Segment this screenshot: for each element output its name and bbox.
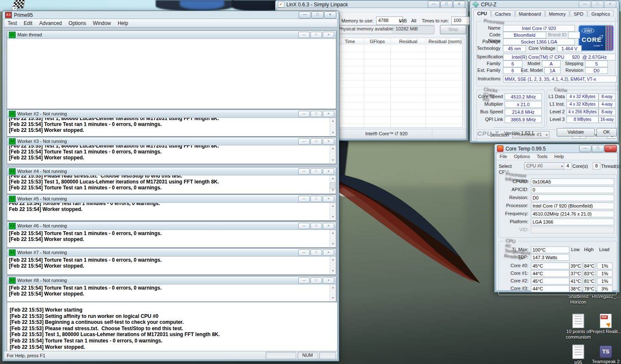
restore-button[interactable]: □: [310, 223, 322, 229]
restore-button[interactable]: □: [310, 111, 322, 117]
menu-options[interactable]: Options: [65, 20, 89, 26]
worker-log[interactable]: [Feb 22 15:53] Test 1, 800000 Lucas-Lehm…: [7, 145, 336, 163]
cpuz-title-bar[interactable]: CPU-Z — □ ×: [470, 0, 619, 8]
minimize-button[interactable]: —: [299, 11, 311, 19]
menu-window[interactable]: Window: [89, 20, 114, 26]
tab-cpu[interactable]: CPU: [473, 10, 491, 17]
ok-button[interactable]: OK: [596, 128, 617, 137]
cpu-select[interactable]: CPU #0▼: [524, 162, 565, 170]
child-title-bar[interactable]: 2-1 Worker #2 - Not running —□×: [7, 110, 336, 118]
minimize-button[interactable]: —: [298, 223, 310, 229]
close-button[interactable]: ×: [323, 249, 334, 256]
child-title-bar[interactable]: 2-1 Main thread —□×: [7, 31, 336, 39]
menu-test[interactable]: Test: [4, 20, 20, 26]
menu-file[interactable]: File: [496, 154, 511, 159]
restore-button[interactable]: □: [310, 249, 322, 256]
worker1-log-pane[interactable]: [Feb 22 15:53] Worker starting [Feb 22 1…: [7, 302, 338, 351]
worker-log[interactable]: [Feb 22 15:54] Torture Test ran 1 minute…: [7, 230, 336, 247]
menu-help[interactable]: Help: [114, 20, 132, 26]
scroll-up-icon[interactable]: ▲: [332, 230, 335, 236]
restore-button[interactable]: □: [310, 196, 322, 202]
scroll-down-icon[interactable]: ▼: [332, 130, 335, 136]
scroll-up-icon[interactable]: ▲: [332, 145, 335, 151]
minimize-button[interactable]: —: [298, 249, 310, 256]
desktop-icon-teamspeak[interactable]: TS Teamspeak 2: [590, 345, 621, 364]
worker-log[interactable]: [Feb 22 15:54] Torture Test ran 1 minute…: [7, 257, 336, 274]
tab-caches[interactable]: Caches: [491, 10, 514, 17]
scroll-down-icon[interactable]: ▼: [332, 268, 335, 274]
scroll-up-icon[interactable]: ▲: [332, 257, 335, 263]
child-title-bar[interactable]: 2-1 Worker #6 - Not running —□×: [7, 222, 336, 230]
scrollbar[interactable]: ▲▼: [330, 145, 336, 163]
restore-button[interactable]: □: [310, 138, 322, 145]
desktop-shortcut-racing[interactable]: ↗: [12, 0, 25, 12]
linx-title-bar[interactable]: ✓ LinX 0.6.3 - Simply Linpack — □ ×: [275, 0, 468, 8]
stop-button[interactable]: Stop: [440, 25, 466, 34]
coretemp-title-bar[interactable]: Core Temp 0.99.5 — □ ×: [495, 144, 619, 153]
scroll-down-icon[interactable]: ▼: [332, 214, 335, 220]
child-title-bar[interactable]: 2-1 Worker #3 - Not running —□×: [7, 137, 336, 145]
minimize-button[interactable]: —: [298, 138, 310, 145]
main-thread-body[interactable]: [7, 39, 336, 108]
scrollbar[interactable]: ▲▼: [330, 230, 336, 247]
maximize-button[interactable]: □: [591, 1, 604, 8]
tab-memory[interactable]: Memory: [545, 10, 570, 17]
minimize-button[interactable]: —: [298, 196, 310, 202]
close-button[interactable]: ×: [323, 277, 334, 284]
menu-help[interactable]: Help: [551, 154, 567, 159]
scroll-up-icon[interactable]: ▲: [332, 118, 335, 124]
minimize-button[interactable]: —: [579, 1, 591, 8]
close-button[interactable]: ×: [323, 111, 334, 117]
scrollbar[interactable]: ▲▼: [330, 285, 336, 301]
minimize-button[interactable]: —: [579, 145, 591, 152]
prime95-title-bar[interactable]: 2-1 Prime95 — □ ×: [3, 11, 339, 19]
tab-mainboard[interactable]: Mainboard: [515, 10, 545, 17]
maximize-button[interactable]: □: [440, 1, 453, 8]
child-title-bar[interactable]: 2-1 Worker #7 - Not running —□×: [7, 249, 336, 257]
worker-log[interactable]: Feb 22 15:54] Torture Test ran 1 minutes…: [7, 203, 336, 220]
worker-log[interactable]: [Feb 22 15:53] Test 1, 800000 Lucas-Lehm…: [7, 118, 336, 136]
close-button[interactable]: ×: [605, 145, 617, 152]
scrollbar[interactable]: ▲▼: [330, 257, 336, 274]
restore-button[interactable]: □: [310, 168, 322, 175]
scroll-up-icon[interactable]: ▲: [332, 175, 335, 181]
menu-edit[interactable]: Edit: [20, 20, 36, 26]
scrollbar[interactable]: ▲▼: [330, 203, 336, 220]
validate-button[interactable]: Validate: [557, 128, 595, 137]
child-title-bar[interactable]: 2-1 Worker #5 - Not running —□×: [7, 195, 336, 203]
maximize-button[interactable]: □: [592, 145, 604, 152]
minimize-button[interactable]: —: [428, 1, 440, 8]
close-button[interactable]: ×: [323, 32, 334, 38]
worker-log[interactable]: [Feb 22 15:54] Torture Test ran 1 minute…: [7, 285, 336, 301]
desktop-icon-project-reality[interactable]: PDF Project Realit...: [590, 314, 621, 334]
menu-tools[interactable]: Tools: [533, 154, 551, 159]
maximize-button[interactable]: □: [311, 11, 324, 19]
scroll-down-icon[interactable]: ▼: [332, 295, 335, 301]
close-button[interactable]: ×: [323, 168, 334, 175]
close-button[interactable]: ×: [604, 1, 616, 8]
scroll-up-icon[interactable]: ▲: [332, 285, 335, 290]
child-title-bar[interactable]: 2-1 Worker #8 - Not running —□×: [7, 276, 336, 285]
minimize-button[interactable]: —: [298, 111, 310, 117]
restore-button[interactable]: □: [310, 32, 322, 38]
tab-spd[interactable]: SPD: [570, 10, 587, 17]
minimize-button[interactable]: —: [298, 277, 310, 284]
close-button[interactable]: ×: [324, 11, 336, 19]
minimize-button[interactable]: —: [298, 32, 310, 38]
close-button[interactable]: ×: [323, 196, 334, 202]
scroll-up-icon[interactable]: ▲: [332, 203, 335, 209]
scrollbar-thumb[interactable]: [330, 182, 335, 189]
scroll-down-icon[interactable]: ▼: [332, 157, 335, 163]
scrollbar[interactable]: ▲▼: [330, 118, 336, 136]
worker-log[interactable]: [Feb 22 15:53] Please read stress.txt. C…: [7, 175, 336, 193]
close-button[interactable]: ×: [453, 1, 465, 8]
close-button[interactable]: ×: [323, 138, 334, 145]
scroll-down-icon[interactable]: ▼: [332, 241, 335, 247]
restore-button[interactable]: □: [310, 277, 322, 284]
tab-graphics[interactable]: Graphics: [588, 10, 614, 17]
close-button[interactable]: ×: [323, 223, 334, 229]
minimize-button[interactable]: —: [298, 168, 310, 175]
child-title-bar[interactable]: 2-1 Worker #4 - Not running —□×: [7, 167, 336, 175]
menu-advanced[interactable]: Advanced: [36, 20, 65, 26]
menu-options[interactable]: Options: [511, 154, 533, 159]
